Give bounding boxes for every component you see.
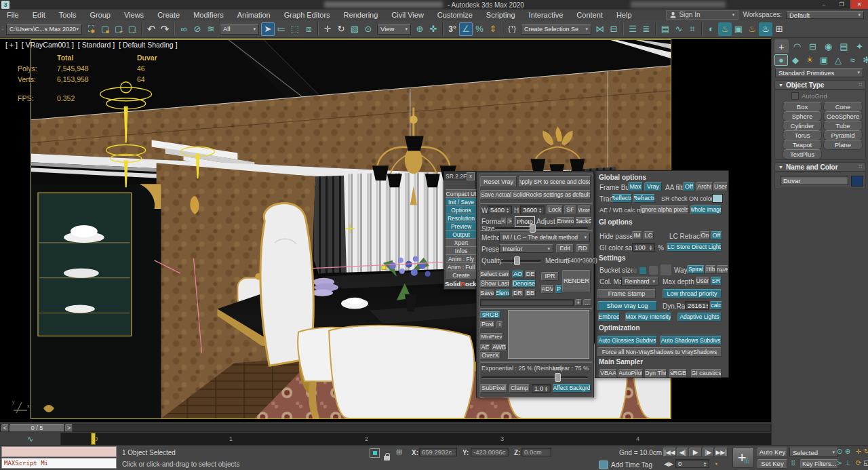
solidrocks-titlebar[interactable]: SR.2.2F x bbox=[444, 172, 475, 180]
p-button[interactable]: P bbox=[555, 285, 562, 294]
bind-to-space-warp-icon[interactable]: ≋ bbox=[204, 22, 218, 36]
undo-icon[interactable]: ↶ bbox=[144, 22, 158, 36]
current-frame-marker[interactable] bbox=[91, 433, 96, 445]
vbaa-button[interactable]: VBAA bbox=[599, 369, 617, 378]
tone-slider[interactable] bbox=[481, 376, 588, 379]
name-color-rollout-header[interactable]: ▼ Name and Color ∷ bbox=[774, 162, 866, 172]
rendered-frame-window-icon[interactable]: ▣ bbox=[732, 22, 745, 36]
auto-key-button[interactable]: Auto Key bbox=[757, 448, 787, 457]
affect-background-button[interactable]: Affect Backgrd bbox=[553, 384, 591, 393]
menu-item-interactive[interactable]: Interactive bbox=[522, 9, 570, 20]
ae-button[interactable]: AE bbox=[480, 344, 490, 351]
spinner-snap-icon[interactable]: ⇕ bbox=[486, 22, 500, 36]
low-thread-button[interactable]: Low thread priority bbox=[663, 289, 722, 298]
srgb-button[interactable]: sRGB bbox=[480, 311, 500, 319]
bb-button[interactable]: BB bbox=[525, 290, 536, 297]
save-default-button[interactable]: >> Save Actual SolidRocks settings as de… bbox=[480, 190, 591, 199]
create-sphere-button[interactable]: Sphere bbox=[783, 111, 822, 121]
time-slider-track[interactable] bbox=[0, 424, 771, 432]
trace-refracts-button[interactable]: Refracts bbox=[633, 194, 655, 203]
create-tube-button[interactable]: Tube bbox=[823, 121, 863, 131]
select-and-rotate-icon[interactable]: ↻ bbox=[334, 22, 348, 36]
menu-item-help[interactable]: Help bbox=[610, 9, 639, 20]
menu-item-edit[interactable]: Edit bbox=[26, 9, 52, 20]
height-field[interactable]: 3600▲▼ bbox=[520, 205, 545, 214]
hide-lc-button[interactable]: LC bbox=[644, 231, 654, 240]
menu-item-customize[interactable]: Customize bbox=[431, 9, 479, 20]
render-production-icon[interactable]: ♨ bbox=[759, 22, 772, 36]
selection-lock-toggle[interactable] bbox=[384, 456, 390, 461]
show-last-button[interactable]: Show Last bbox=[480, 280, 510, 288]
menu-item-content[interactable]: Content bbox=[570, 9, 610, 20]
category-spacewarps-icon[interactable]: ≈ bbox=[846, 54, 859, 66]
ignore-alpha-button[interactable]: Ignore alpha pixels bbox=[640, 205, 688, 214]
max-ray-intensity-button[interactable]: Max Ray Intensity bbox=[625, 313, 671, 321]
category-cameras-icon[interactable]: ▣ bbox=[817, 54, 831, 66]
close-button[interactable]: ✕ bbox=[850, 0, 868, 9]
title-bar[interactable]: 3 - Autodesk 3ds Max 2020 – ❐ ✕ bbox=[0, 0, 868, 9]
adjust-enviro-button[interactable]: Enviro bbox=[557, 217, 574, 225]
gi-caustics-button[interactable]: GI caustics bbox=[691, 369, 722, 378]
spinner-arrows-icon[interactable]: ▲▼ bbox=[703, 461, 707, 467]
denoise-button[interactable]: Denoise bbox=[512, 280, 536, 288]
scene-explorer-icon[interactable]: ☰ bbox=[626, 22, 639, 36]
quick-render-icon[interactable]: ♨ bbox=[745, 22, 759, 36]
reference-coordinate-dropdown[interactable]: View▾ bbox=[377, 24, 411, 35]
create-torus-button[interactable]: Torus bbox=[783, 130, 822, 140]
tab-modify[interactable]: ◠ bbox=[790, 39, 804, 53]
calc-button[interactable]: calc bbox=[710, 301, 722, 310]
sr-check-color-swatch[interactable] bbox=[712, 194, 723, 203]
window-crossing-icon[interactable]: ⧈ bbox=[302, 22, 315, 36]
object-color-swatch[interactable] bbox=[851, 176, 863, 187]
col-map-dropdown[interactable]: Reinhard▾ bbox=[621, 277, 658, 286]
menu-item-file[interactable]: File bbox=[0, 9, 26, 20]
safe-frame-button[interactable]: SF bbox=[564, 205, 576, 214]
spinner-arrows-icon[interactable]: ▲▼ bbox=[649, 245, 652, 250]
render-button[interactable]: RENDER bbox=[562, 270, 591, 292]
elem-button[interactable]: Elem. bbox=[496, 290, 510, 297]
create-cone-button[interactable]: Cone bbox=[823, 102, 863, 112]
awb-button[interactable]: AWB bbox=[492, 344, 507, 351]
toolbar-grip[interactable]: ⁞⁞ bbox=[1, 26, 3, 33]
adv-button[interactable]: ADV bbox=[541, 285, 554, 294]
autopilot-button[interactable]: AutoPilot bbox=[618, 369, 643, 378]
go-to-end-button[interactable]: ▶▶| bbox=[715, 448, 728, 457]
menu-item-civil-view[interactable]: Civil View bbox=[384, 9, 430, 20]
quality-slider[interactable] bbox=[500, 260, 541, 262]
select-and-scale-icon[interactable]: ▧ bbox=[348, 22, 361, 36]
angle-snap-icon[interactable]: ∠ bbox=[459, 22, 473, 36]
tab-display[interactable]: ▤ bbox=[837, 39, 851, 53]
select-object-icon[interactable]: ➤ bbox=[261, 22, 275, 36]
category-helpers-icon[interactable]: △ bbox=[831, 54, 845, 66]
preset-edit-button[interactable]: Edit bbox=[556, 244, 574, 253]
ao-button[interactable]: AO bbox=[512, 271, 524, 278]
nav-fov-icon[interactable]: ⊙ bbox=[833, 447, 846, 456]
key-mode-clock-icon[interactable]: ◔ bbox=[713, 460, 718, 468]
isolate-selection-toggle[interactable] bbox=[370, 448, 380, 458]
menu-item-animation[interactable]: Animation bbox=[231, 9, 277, 20]
tab-hierarchy[interactable]: ⊟ bbox=[806, 39, 820, 53]
category-geometry-icon[interactable]: ● bbox=[774, 54, 788, 66]
sign-in-dropdown[interactable]: Sign In ▾ bbox=[666, 10, 738, 20]
show-vray-log-button[interactable]: Show Vray Log bbox=[597, 301, 657, 311]
menu-item-graph-editors[interactable]: Graph Editors bbox=[277, 9, 337, 20]
select-and-place-icon[interactable]: ⊙ bbox=[361, 22, 375, 36]
menu-item-scripting[interactable]: Scripting bbox=[479, 9, 522, 20]
clamp-value-field[interactable]: 1.0▲▼ bbox=[532, 384, 551, 393]
mirror-icon[interactable]: ⋈ bbox=[593, 22, 607, 36]
material-editor-icon[interactable]: ◐ bbox=[705, 22, 718, 36]
de-button[interactable]: DE bbox=[525, 271, 536, 278]
tab-utilities[interactable]: ✦ bbox=[852, 39, 867, 53]
absolute-mode-toggle[interactable]: ⊞ bbox=[396, 448, 402, 456]
preset-dropdown[interactable]: Interior▾ bbox=[499, 244, 553, 253]
info-button[interactable]: i bbox=[496, 321, 503, 328]
viewport-menu-camera[interactable]: [ VRayCam001 ] bbox=[22, 41, 74, 49]
object-type-rollout-header[interactable]: ▼ Object Type ∷ bbox=[774, 80, 866, 90]
overx-button[interactable]: OverX bbox=[480, 352, 500, 359]
create-box-button[interactable]: Box bbox=[783, 102, 822, 112]
select-and-link-icon[interactable]: ∞ bbox=[177, 22, 191, 36]
spinner-arrows-icon[interactable]: ▲▼ bbox=[705, 303, 709, 309]
frame-stamp-button[interactable]: Frame Stamp bbox=[597, 289, 656, 298]
maxscript-mini-listener-white[interactable]: MAXScript Mi bbox=[1, 458, 117, 469]
auto-shadows-button[interactable]: Auto Shadows Subdivs bbox=[660, 336, 722, 345]
